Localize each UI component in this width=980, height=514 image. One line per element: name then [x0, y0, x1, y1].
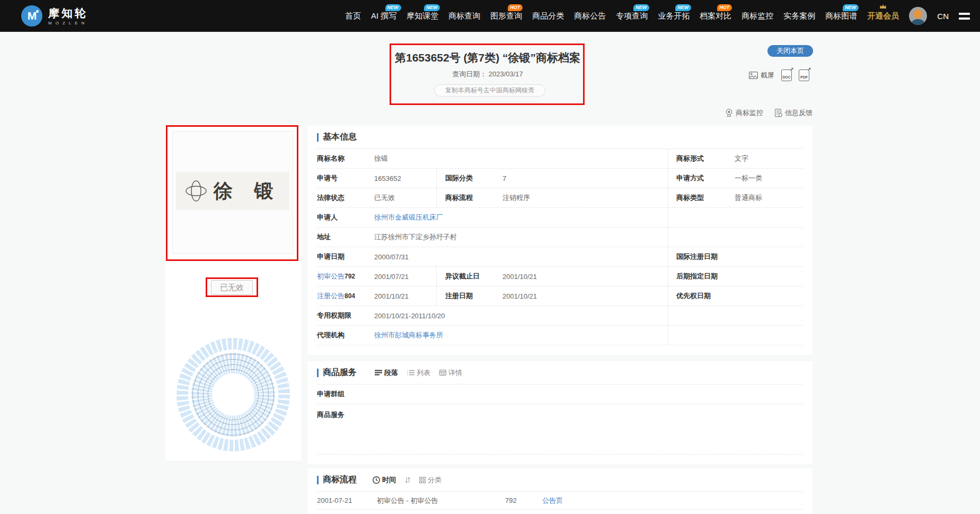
picture-icon [749, 72, 758, 79]
query-date-value: 2023/03/17 [489, 70, 523, 78]
flow-number: 792 [505, 496, 542, 504]
sort-direction-icon[interactable] [405, 477, 410, 483]
row-trademark-name: 商标名称徐锻 商标形式文字 [317, 149, 803, 169]
page-title: 第1653652号 (第7类) “徐锻”商标档案 [297, 50, 678, 65]
avatar-body [912, 19, 924, 25]
monitor-camera-icon [725, 109, 733, 117]
flow-table-row: 2001-07-21 初审公告 - 初审公告 792 公告页 [317, 492, 803, 510]
avatar-head [914, 10, 922, 19]
nav-vip-membership[interactable]: 开通会员 [867, 11, 899, 21]
gazette-page-link[interactable]: 公告页 [542, 496, 563, 506]
row-exclusive-period: 专用权期限2001/10/21-2011/10/20 [317, 306, 803, 326]
trademark-flow-panel: 商标流程 时间 分类 2001-07-21 初审公告 - 初审公告 792 公告… [307, 468, 813, 514]
nav-business-dev[interactable]: 业务开拓NEW [658, 11, 690, 21]
first-publication-link[interactable]: 初审公告 [317, 272, 345, 280]
brand-name: 摩知轮 [48, 7, 88, 20]
row-first-publication: 初审公告7922001/07/21 异议截止日2001/10/21 后期指定日期 [317, 267, 803, 286]
nav-image-search[interactable]: 图形查询HOT [490, 11, 522, 21]
export-doc-button[interactable]: DOC↗ [781, 69, 792, 81]
nav-trademark-monitor[interactable]: 商标监控 [741, 11, 773, 21]
list-icon [407, 370, 414, 376]
clock-icon [373, 476, 380, 484]
export-pdf-button[interactable]: PDF↗ [799, 69, 809, 81]
row-legal-status: 法律状态已无效 商标流程注销程序 商标类型普通商标 [317, 188, 803, 208]
nav-ai-writing[interactable]: AI 撰写NEW [371, 11, 396, 21]
nav-file-compare[interactable]: 档案对比HOT [700, 11, 731, 21]
language-toggle[interactable]: CN [937, 12, 949, 21]
hamburger-menu-icon[interactable] [959, 13, 970, 20]
row-agency: 代理机构徐州市彭城商标事务所 [317, 326, 803, 345]
trademark-image: 徐 锻 [176, 172, 289, 210]
group-by-class-toggle[interactable]: 分类 [419, 475, 442, 485]
screenshot-button[interactable]: 截屏 [749, 71, 774, 80]
new-badge: NEW [633, 4, 649, 11]
nav-trademark-graph[interactable]: 商标图谱NEW [825, 11, 857, 21]
flow-event: 初审公告 - 初审公告 [377, 496, 505, 506]
paragraph-icon [375, 370, 382, 376]
application-number-value: 1653652 [374, 175, 401, 182]
new-badge: NEW [675, 4, 691, 11]
nav-menu: 首页 AI 撰写NEW 摩知课堂NEW 商标查询 图形查询HOT 商品分类 商标… [345, 0, 970, 32]
page: M 摩知轮 MOZLEN 首页 AI 撰写NEW 摩知课堂NEW 商标查询 图形… [0, 0, 980, 514]
doc-file-icon: DOC↗ [781, 69, 792, 81]
logo-dot [36, 10, 39, 13]
top-navbar: M 摩知轮 MOZLEN 首页 AI 撰写NEW 摩知课堂NEW 商标查询 图形… [0, 0, 980, 32]
agency-link[interactable]: 徐州市彭城商标事务所 [374, 330, 443, 340]
hot-badge: HOT [508, 4, 523, 11]
brand-subtitle: MOZLEN [48, 21, 88, 25]
trademark-wheel-graphic [176, 338, 290, 451]
brand-logo-icon: M [21, 5, 42, 27]
pdf-file-icon: PDF↗ [799, 69, 809, 81]
goods-services-panel: 商品服务 段落 列表 详情 申请群组 商品服务 [307, 361, 813, 464]
section-title-flow: 商标流程 [317, 474, 357, 485]
new-badge: NEW [424, 4, 440, 11]
query-date-label: 查询日期： [452, 70, 487, 78]
status-badge[interactable]: 已无效 [211, 280, 253, 295]
user-avatar[interactable] [909, 7, 927, 25]
trademark-logo-ellipses [185, 177, 207, 205]
hot-badge: HOT [717, 4, 732, 11]
query-date-line: 查询日期： 2023/03/17 [297, 69, 678, 79]
nav-special-search[interactable]: 专项查询NEW [616, 11, 648, 21]
nav-case-studies[interactable]: 实务案例 [783, 11, 815, 21]
trademark-monitor-link[interactable]: 商标监控 [725, 108, 763, 118]
nav-trademark-gazette[interactable]: 商标公告 [574, 11, 606, 21]
sort-by-time-toggle[interactable]: 时间 [373, 475, 396, 485]
row-application-date: 申请日期2000/07/31 国际注册日期 [317, 247, 803, 267]
row-registration-publication: 注册公告8042001/10/21 注册日期2001/10/21 优先权日期 [317, 286, 803, 306]
applicant-link[interactable]: 徐州市金威锻压机床厂 [374, 213, 443, 222]
copy-trademark-number-button[interactable]: 复制本商标号去中国商标网核查 [434, 84, 545, 97]
nav-goods-class[interactable]: 商品分类 [532, 11, 564, 21]
feedback-link[interactable]: 信息反馈 [775, 108, 813, 118]
registration-publication-link[interactable]: 注册公告 [317, 292, 345, 300]
meta-toolbar: 商标监控 信息反馈 [725, 108, 813, 118]
trademark-text: 徐 锻 [214, 178, 281, 204]
grid-icon [419, 477, 426, 483]
trademark-image-card: 徐 锻 [172, 131, 293, 254]
export-toolbar: 截屏 DOC↗ PDF↗ [749, 69, 809, 81]
flow-date: 2001-07-21 [317, 496, 377, 504]
section-title-goods-services: 商品服务 [317, 367, 357, 378]
table-icon [439, 370, 446, 376]
view-detail-toggle[interactable]: 详情 [439, 368, 462, 378]
nav-mozlen-class[interactable]: 摩知课堂NEW [407, 11, 438, 21]
brand-logo[interactable]: M 摩知轮 MOZLEN [21, 5, 88, 27]
trademark-name-value: 徐锻 [374, 154, 388, 163]
close-page-button[interactable]: 关闭本页 [767, 45, 813, 57]
row-application-number: 申请号1653652 国际分类7 申请方式一标一类 [317, 169, 803, 188]
row-address: 地址江苏徐州市下淀乡孙圩子村 [317, 228, 803, 247]
row-goods-services: 商品服务 [317, 404, 803, 455]
row-applicant: 申请人徐州市金威锻压机床厂 [317, 208, 803, 228]
crown-icon [879, 4, 887, 9]
section-title-basic-info: 基本信息 [317, 132, 357, 143]
legal-status-value: 已无效 [374, 193, 395, 203]
view-paragraph-toggle[interactable]: 段落 [375, 368, 398, 378]
new-badge: NEW [385, 4, 401, 11]
nav-home[interactable]: 首页 [345, 11, 361, 21]
view-list-toggle[interactable]: 列表 [407, 368, 430, 378]
nav-trademark-search[interactable]: 商标查询 [448, 11, 480, 21]
new-badge: NEW [843, 4, 859, 11]
basic-info-panel: 基本信息 商标名称徐锻 商标形式文字 申请号1653652 国际分类7 申请方式… [307, 126, 813, 355]
feedback-doc-icon [775, 109, 782, 117]
row-application-group: 申请群组 [317, 385, 803, 404]
